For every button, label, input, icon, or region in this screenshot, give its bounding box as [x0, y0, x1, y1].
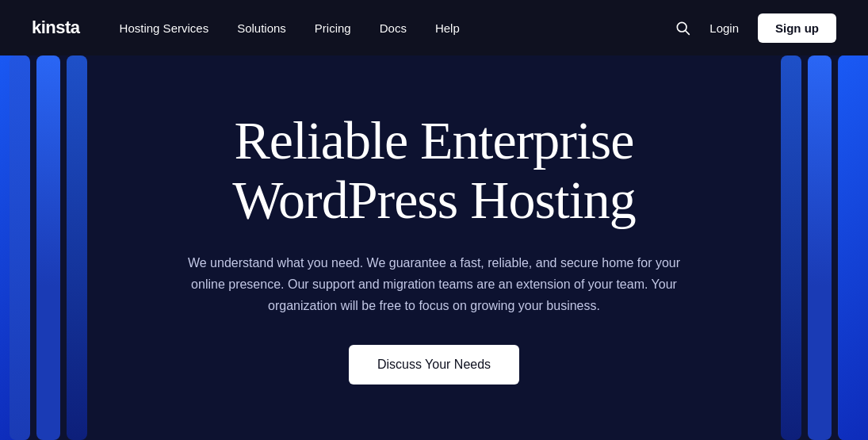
nav-hosting-services[interactable]: Hosting Services: [120, 21, 209, 35]
nav-help[interactable]: Help: [435, 21, 460, 35]
nav-pricing[interactable]: Pricing: [315, 21, 351, 35]
hero-title-line1: Reliable Enterprise: [234, 110, 633, 170]
nav-right: Login Sign up: [675, 13, 836, 43]
left-columns-decoration: [0, 55, 87, 440]
right-col-1: [781, 55, 801, 440]
search-button[interactable]: [675, 20, 690, 36]
svg-line-1: [686, 31, 690, 35]
left-col-2: [36, 55, 60, 440]
nav-solutions[interactable]: Solutions: [237, 21, 286, 35]
nav-docs[interactable]: Docs: [380, 21, 407, 35]
nav-links: Hosting Services Solutions Pricing Docs …: [120, 21, 675, 35]
login-button[interactable]: Login: [709, 21, 739, 35]
left-col-1: [10, 55, 30, 440]
hero-subtitle: We understand what you need. We guarante…: [181, 252, 688, 317]
signup-button[interactable]: Sign up: [758, 13, 836, 43]
right-col-2: [808, 55, 832, 440]
hero-content: Reliable Enterprise WordPress Hosting We…: [165, 111, 704, 385]
left-col-3: [67, 55, 87, 440]
hero-section: Reliable Enterprise WordPress Hosting We…: [0, 55, 868, 440]
hero-title: Reliable Enterprise WordPress Hosting: [181, 111, 688, 230]
logo[interactable]: kinsta: [32, 17, 80, 38]
right-col-3: [838, 55, 858, 440]
hero-title-line2: WordPress Hosting: [232, 170, 635, 230]
search-icon: [675, 20, 690, 36]
right-columns-decoration: [781, 55, 868, 440]
cta-button[interactable]: Discuss Your Needs: [349, 345, 519, 385]
logo-text: kinsta: [32, 17, 80, 38]
navbar: kinsta Hosting Services Solutions Pricin…: [0, 0, 868, 55]
